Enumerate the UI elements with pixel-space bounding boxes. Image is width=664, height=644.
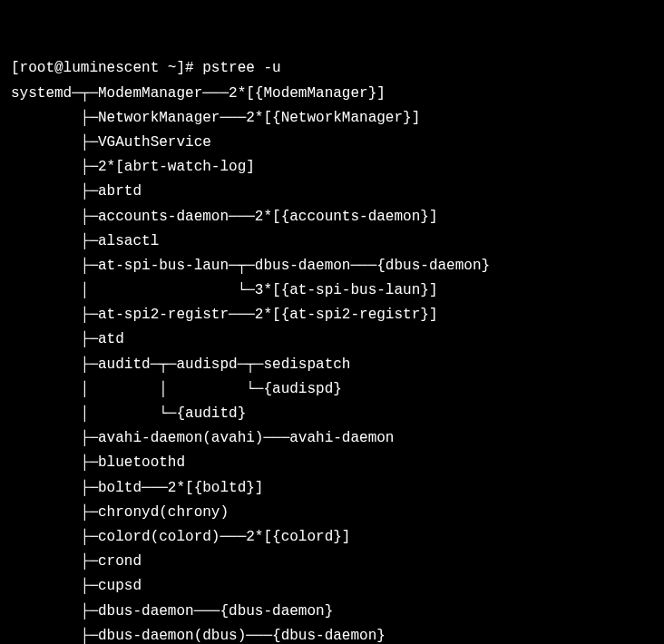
pstree-output: systemd─┬─ModemManager───2*[{ModemManage…	[11, 82, 653, 644]
command-text: pstree -u	[202, 60, 280, 76]
shell-prompt: [root@luminescent ~]#	[11, 60, 202, 76]
